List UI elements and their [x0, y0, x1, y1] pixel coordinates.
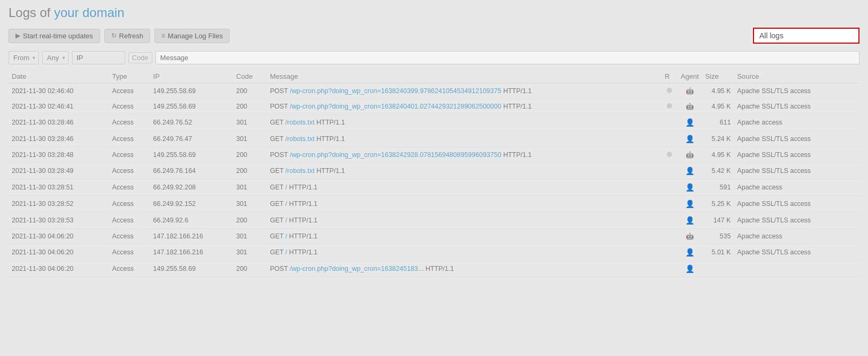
message-link[interactable]: / — [285, 217, 287, 224]
any-filter[interactable]: Any ▾ — [42, 51, 68, 64]
from-filter[interactable]: From ▾ — [9, 51, 39, 64]
cell-type: Access — [109, 229, 150, 244]
message-link[interactable]: /wp-cron.php?doing_wp_cron=1638245183... — [290, 265, 423, 272]
cell-agent: 👤 — [677, 179, 702, 196]
cell-size: 4.95 K — [702, 84, 734, 99]
table-row: 2021-11-30 04:06:20 Access 147.182.166.2… — [9, 229, 859, 244]
cell-date: 2021-11-30 04:06:20 — [9, 229, 109, 244]
cell-date: 2021-11-30 03:28:49 — [9, 163, 109, 179]
refresh-label: Refresh — [119, 32, 144, 40]
table-row: 2021-11-30 03:28:53 Access 66.249.92.6 2… — [9, 212, 859, 229]
cell-agent: 🤖 — [677, 99, 702, 114]
robot-icon: 🤖 — [686, 103, 694, 110]
table-row: 2021-11-30 02:46:41 Access 149.255.58.69… — [9, 99, 859, 114]
cell-size: 4.95 K — [702, 147, 734, 163]
cell-agent: 👤 — [677, 244, 702, 261]
message-link[interactable]: / — [285, 249, 287, 256]
person-icon: 👤 — [685, 264, 694, 273]
cell-r — [661, 147, 677, 163]
cell-r — [661, 196, 677, 212]
table-row: 2021-11-30 03:28:46 Access 66.249.76.47 … — [9, 131, 859, 147]
robot-icon: 🤖 — [686, 151, 694, 159]
col-header-code: Code — [233, 70, 266, 84]
person-icon: 👤 — [685, 216, 694, 225]
cell-r — [661, 179, 677, 196]
start-realtime-label: Start real-time updates — [23, 32, 93, 40]
cell-ip: 149.255.58.69 — [150, 147, 233, 163]
manage-log-files-button[interactable]: ≡ Manage Log Files — [154, 29, 230, 43]
cell-r — [661, 99, 677, 114]
r-dot-icon — [667, 103, 672, 109]
cell-source: Apache SSL/TLS access — [734, 99, 859, 114]
table-header-row: Date Type IP Code Message R Agent Size S… — [9, 70, 859, 84]
table-row: 2021-11-30 03:28:49 Access 66.249.76.164… — [9, 163, 859, 179]
cell-r — [661, 212, 677, 229]
cell-agent: 👤 — [677, 131, 702, 147]
cell-source: Apache SSL/TLS access — [734, 212, 859, 229]
col-header-type: Type — [109, 70, 150, 84]
cell-source: Apache SSL/TLS access — [734, 131, 859, 147]
cell-ip: 147.182.166.216 — [150, 244, 233, 261]
col-header-message: Message — [267, 70, 661, 84]
message-link[interactable]: /wp-cron.php?doing_wp_cron=1638240399.97… — [290, 87, 501, 95]
message-link[interactable]: /robots.txt — [285, 119, 315, 126]
start-realtime-button[interactable]: ▶ Start real-time updates — [9, 29, 100, 43]
cell-type: Access — [109, 163, 150, 179]
log-table: Date Type IP Code Message R Agent Size S… — [9, 70, 859, 277]
cell-agent: 🤖 — [677, 229, 702, 244]
message-link[interactable]: /wp-cron.php?doing_wp_cron=1638240401.02… — [290, 103, 501, 110]
message-link[interactable]: / — [285, 184, 287, 191]
cell-date: 2021-11-30 03:28:46 — [9, 114, 109, 131]
col-header-source: Source — [734, 70, 859, 84]
cell-code: 200 — [233, 99, 266, 114]
cell-size: 5.01 K — [702, 244, 734, 261]
message-link[interactable]: /robots.txt — [285, 167, 315, 175]
refresh-icon: ↻ — [111, 32, 117, 39]
message-link[interactable]: /wp-cron.php?doing_wp_cron=1638242928.07… — [290, 151, 501, 159]
cell-code: 301 — [233, 131, 266, 147]
cell-size — [702, 261, 734, 277]
cell-ip: 66.249.92.152 — [150, 196, 233, 212]
all-logs-input[interactable] — [753, 28, 859, 44]
cell-message: POST /wp-cron.php?doing_wp_cron=16382451… — [267, 261, 661, 277]
play-icon: ▶ — [15, 32, 20, 39]
cell-size: 591 — [702, 179, 734, 196]
cell-type: Access — [109, 99, 150, 114]
cell-date: 2021-11-30 02:46:40 — [9, 84, 109, 99]
cell-type: Access — [109, 179, 150, 196]
col-header-ip: IP — [150, 70, 233, 84]
person-icon: 👤 — [685, 118, 694, 127]
cell-r — [661, 84, 677, 99]
message-link[interactable]: / — [285, 233, 287, 240]
col-header-date: Date — [9, 70, 109, 84]
cell-date: 2021-11-30 04:06:20 — [9, 244, 109, 261]
cell-message: GET /robots.txt HTTP/1.1 — [267, 114, 661, 131]
cell-date: 2021-11-30 03:28:52 — [9, 196, 109, 212]
person-icon: 👤 — [685, 167, 694, 175]
code-label: Code — [132, 54, 149, 62]
table-row: 2021-11-30 03:28:46 Access 66.249.76.52 … — [9, 114, 859, 131]
message-filter-input[interactable] — [155, 51, 859, 64]
cell-message: POST /wp-cron.php?doing_wp_cron=16382403… — [267, 84, 661, 99]
cell-agent: 🤖 — [677, 84, 702, 99]
message-link[interactable]: / — [285, 200, 287, 208]
cell-r — [661, 261, 677, 277]
cell-date: 2021-11-30 02:46:41 — [9, 99, 109, 114]
cell-agent: 🤖 — [677, 147, 702, 163]
refresh-button[interactable]: ↻ Refresh — [104, 29, 151, 43]
cell-r — [661, 114, 677, 131]
table-row: 2021-11-30 04:06:20 Access 149.255.58.69… — [9, 261, 859, 277]
table-row: 2021-11-30 04:06:20 Access 147.182.166.2… — [9, 244, 859, 261]
cell-agent: 👤 — [677, 163, 702, 179]
cell-size: 147 K — [702, 212, 734, 229]
cell-source: Apache SSL/TLS access — [734, 84, 859, 99]
cell-type: Access — [109, 84, 150, 99]
cell-message: GET / HTTP/1.1 — [267, 212, 661, 229]
ip-filter-input[interactable] — [72, 51, 125, 64]
cell-type: Access — [109, 196, 150, 212]
cell-agent: 👤 — [677, 114, 702, 131]
person-icon: 👤 — [685, 248, 694, 256]
cell-date: 2021-11-30 04:06:20 — [9, 261, 109, 277]
cell-type: Access — [109, 261, 150, 277]
message-link[interactable]: /robots.txt — [285, 135, 315, 143]
